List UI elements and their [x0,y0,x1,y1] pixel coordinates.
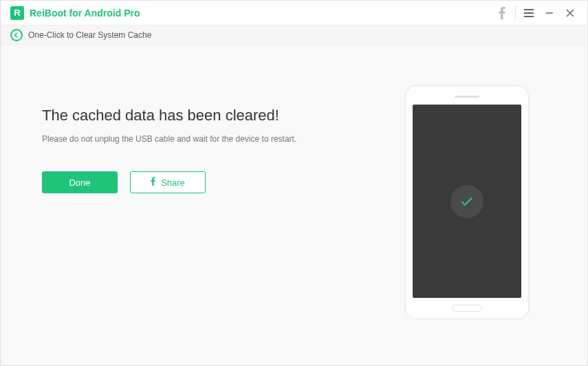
share-button-label: Share [161,177,185,188]
app-window: R ReiBoot for Android Pro One-Click to C… [0,0,588,366]
facebook-share-icon [151,177,155,188]
divider [515,6,516,20]
app-title: ReiBoot for Android Pro [30,8,140,19]
phone-screen [413,105,521,298]
share-button[interactable]: Share [130,171,206,193]
close-button[interactable] [560,3,580,23]
illustration-panel [388,72,546,332]
breadcrumb: One-Click to Clear System Cache [1,25,587,45]
phone-illustration [405,85,529,319]
phone-speaker-icon [455,96,479,98]
minimize-button[interactable] [539,3,560,23]
breadcrumb-label: One-Click to Clear System Cache [28,30,151,40]
content-area: The cached data has been cleared! Please… [1,45,587,365]
menu-icon[interactable] [519,3,539,23]
phone-home-icon [452,305,482,312]
titlebar: R ReiBoot for Android Pro [1,1,587,25]
message-panel: The cached data has been cleared! Please… [42,72,388,332]
checkmark-circle-icon [450,185,483,218]
facebook-icon[interactable] [492,3,512,23]
app-logo-icon: R [10,6,24,20]
done-button[interactable]: Done [42,171,118,193]
success-title: The cached data has been cleared! [42,107,388,125]
button-row: Done Share [42,171,388,193]
back-icon[interactable] [10,29,23,41]
success-subtitle: Please do not unplug the USB cable and w… [42,134,388,144]
